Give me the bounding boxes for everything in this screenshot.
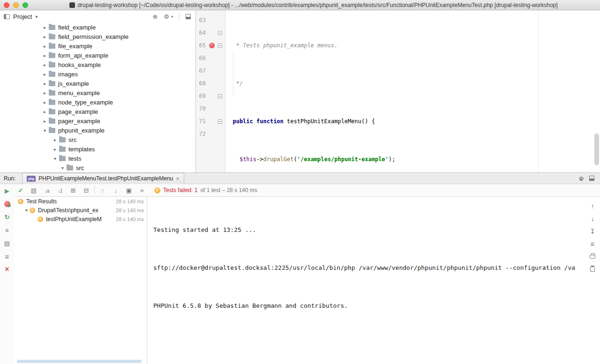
console-line: PHPUnit 6.5.8 by Sebastian Bergmann and … (153, 299, 585, 312)
chevron-right-icon[interactable] (41, 119, 48, 124)
dump-threads-button[interactable] (0, 237, 14, 250)
code-area[interactable]: * Tests phpunit_example menus. */ public… (226, 10, 600, 172)
tree-item-phpunit-example[interactable]: phpunit_example (0, 126, 195, 135)
run-console[interactable]: Testing started at 13:25 ... sftp://dock… (148, 197, 585, 364)
previous-failed-test-icon[interactable] (96, 187, 109, 194)
folder-icon (49, 90, 55, 96)
tree-horizontal-scrollbar[interactable] (17, 360, 142, 363)
trash-icon (590, 267, 595, 272)
line-number: 68 (196, 77, 206, 90)
chevron-right-icon[interactable] (41, 34, 48, 39)
expand-all-icon[interactable] (67, 187, 80, 194)
fold-marker-icon[interactable] (218, 119, 222, 124)
code-line-66: $this->drupalGet('/examples/phpunit-exam… (226, 153, 600, 166)
project-panel-title[interactable]: Project (13, 13, 32, 20)
test-case-row[interactable]: testPhpUnitExampleM 28 s 140 ms (14, 215, 147, 223)
chevron-right-icon[interactable] (41, 44, 48, 49)
hide-run-panel-icon[interactable] (589, 176, 594, 181)
close-run-panel-button[interactable] (0, 263, 14, 276)
test-results-root-row[interactable]: Test Results 28 s 140 ms (14, 197, 147, 206)
chevron-right-icon[interactable] (52, 147, 59, 152)
rerun-failed-tests-button[interactable] (0, 197, 14, 210)
tree-item-tests-src[interactable]: src (0, 163, 195, 172)
chevron-right-icon[interactable] (41, 100, 48, 105)
editor-gutter[interactable]: 63 64 65 66 67 68 69 70 71 72 (196, 10, 225, 172)
chevron-right-icon[interactable] (41, 109, 48, 114)
failed-test-gutter-icon[interactable] (209, 43, 215, 48)
minimize-window-button[interactable] (13, 2, 19, 8)
chevron-down-icon[interactable] (33, 14, 40, 19)
test-root-label: Test Results (26, 198, 57, 205)
previous-occurrence-button[interactable] (585, 200, 600, 212)
console-text: PHPUnit 6.5.8 by Sebastian Bergmann and … (153, 302, 348, 309)
sort-by-duration-icon[interactable] (53, 187, 67, 194)
test-case-time: 28 s 140 ms (113, 216, 144, 222)
tree-item-hooks-example[interactable]: hooks_example (0, 60, 195, 69)
close-window-button[interactable] (4, 2, 9, 8)
chevron-right-icon[interactable] (41, 62, 48, 67)
tree-item-form-api-example[interactable]: form_api_example (0, 51, 195, 60)
clear-all-button[interactable] (585, 263, 600, 275)
scroll-to-end-button[interactable] (585, 225, 600, 238)
locate-file-icon[interactable] (152, 13, 158, 20)
tree-item-templates[interactable]: templates (0, 144, 195, 154)
soft-wrap-button[interactable] (585, 238, 600, 250)
folder-icon (49, 44, 55, 49)
toggle-auto-test-button[interactable] (0, 210, 14, 223)
rerun-tests-button[interactable] (0, 184, 14, 197)
settings-gear-icon[interactable] (164, 13, 169, 20)
code-editor[interactable]: 63 64 65 66 67 68 69 70 71 72 * Tests ph… (196, 10, 600, 172)
titlebar: drupal-testing-workshop [~/Code/os/drupa… (0, 0, 600, 10)
tree-item-images[interactable]: images (0, 69, 195, 79)
tree-item-menu-example[interactable]: menu_example (0, 88, 195, 97)
test-results-tree: Test Results 28 s 140 ms Drupal\Tests\ph… (14, 197, 147, 364)
collapse-all-icon[interactable] (80, 187, 93, 194)
test-history-button[interactable] (0, 250, 14, 263)
show-passed-icon[interactable] (14, 187, 27, 194)
zoom-window-button[interactable] (22, 2, 28, 8)
phpstorm-window: drupal-testing-workshop [~/Code/os/drupa… (0, 0, 600, 364)
next-failed-test-icon[interactable] (109, 187, 122, 194)
show-ignored-icon[interactable] (27, 187, 40, 194)
console-line (153, 337, 585, 350)
hide-panel-icon[interactable] (186, 14, 191, 19)
chevron-right-icon[interactable] (41, 81, 48, 86)
token-plain: -> (256, 156, 263, 163)
stop-button[interactable] (0, 223, 14, 237)
folder-icon (49, 53, 55, 58)
run-tab[interactable]: php PHPUnitExampleMenuTest.testPhpUnitEx… (22, 173, 184, 184)
tree-item-file-example[interactable]: file_example (0, 41, 195, 51)
chevron-right-icon[interactable] (41, 90, 48, 96)
token-method: drupalGet (263, 156, 293, 163)
close-tab-icon[interactable]: × (176, 176, 180, 182)
chevron-down-icon[interactable] (59, 165, 66, 171)
tree-item-page-example[interactable]: page_example (0, 107, 195, 116)
run-label: Run: (4, 175, 15, 182)
editor-scrollbar-thumb[interactable] (594, 134, 599, 165)
project-toolwindow-icon[interactable] (4, 14, 10, 19)
tree-item-node-type-example[interactable]: node_type_example (0, 97, 195, 107)
more-actions-icon[interactable] (135, 186, 149, 194)
chevron-right-icon[interactable] (41, 53, 48, 58)
run-panel-left-toolbar (0, 184, 14, 364)
chevron-right-icon[interactable] (52, 137, 59, 142)
chevron-right-icon[interactable] (41, 25, 48, 30)
sort-alphabetically-icon[interactable] (40, 187, 53, 194)
print-button[interactable] (585, 250, 600, 263)
import-test-results-icon[interactable] (122, 187, 135, 194)
chevron-right-icon[interactable] (41, 72, 48, 77)
chevron-down-icon[interactable] (41, 128, 48, 133)
fold-marker-icon[interactable] (218, 94, 222, 98)
chevron-down-icon[interactable] (52, 156, 59, 161)
tree-item-src[interactable]: src (0, 135, 195, 144)
tree-item-tests[interactable]: tests (0, 154, 195, 163)
fold-marker-icon[interactable] (218, 31, 222, 35)
tree-item-js-example[interactable]: js_example (0, 79, 195, 88)
tree-item-pager-example[interactable]: pager_example (0, 116, 195, 126)
tree-item-field-permission-example[interactable]: field_permission_example (0, 32, 195, 41)
tree-item-field-example[interactable]: field_example (0, 22, 195, 32)
next-occurrence-button[interactable] (585, 212, 600, 225)
test-suite-row[interactable]: Drupal\Tests\phpunit_ex 28 s 140 ms (14, 206, 147, 215)
fold-marker-icon[interactable] (218, 44, 222, 48)
chevron-down-icon[interactable] (23, 208, 30, 213)
